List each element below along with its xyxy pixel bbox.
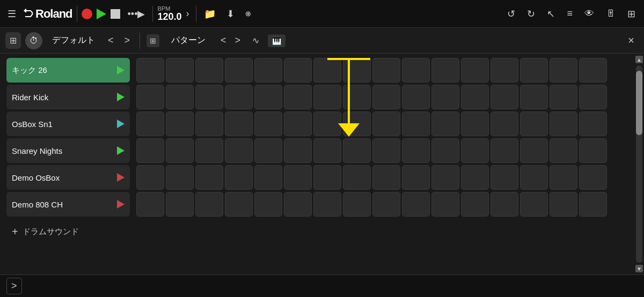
scroll-up-button[interactable]: ▲ [635,56,643,63]
grid-cell[interactable] [402,192,430,217]
grid-cell[interactable] [225,165,253,190]
grid-cell[interactable] [402,138,430,163]
grid-view-icon[interactable]: ⊞ [624,6,639,22]
grid-cell[interactable] [313,165,341,190]
grid-cell[interactable] [225,58,253,83]
grid-cell[interactable] [284,138,312,163]
mixer-icon[interactable]: 🎚 [603,6,619,21]
menu-icon[interactable]: ☰ [5,6,18,22]
play-triangle-icon[interactable] [117,93,125,101]
grid-cell[interactable] [461,138,489,163]
grid-cell[interactable] [372,138,400,163]
cursor-icon[interactable]: ↖ [544,6,558,22]
grid-view-button[interactable]: ⊞ [5,32,21,49]
grid-cell[interactable] [313,58,341,83]
expand-button[interactable]: > [6,278,22,294]
grid-cell[interactable] [431,58,459,83]
grid-cell[interactable] [254,112,282,136]
scroll-thumb[interactable] [636,71,642,135]
track-item[interactable]: Rider Kick [6,85,130,109]
grid-cell[interactable] [550,58,577,83]
grid-cell[interactable] [402,112,430,136]
grid-cell[interactable] [402,85,430,109]
grid-cell[interactable] [136,165,164,190]
grid-cell[interactable] [520,58,548,83]
play-triangle-icon[interactable] [117,66,125,75]
grid-cell[interactable] [372,192,400,217]
grid-cell[interactable] [254,138,282,163]
track-item[interactable]: キック 26 [6,58,130,83]
wave-button[interactable]: ∿ [248,33,264,48]
grid-cell[interactable] [195,192,223,217]
grid-cell[interactable] [313,85,341,109]
grid-cell[interactable] [431,165,459,190]
grid-cell[interactable] [343,85,371,109]
grid-cell[interactable] [579,165,607,190]
play-triangle-icon[interactable] [117,146,125,155]
grid-cell[interactable] [372,85,400,109]
grid-cell[interactable] [520,192,548,217]
grid-cell[interactable] [491,192,518,217]
clock-button[interactable]: ⏱ [25,32,42,49]
preset-prev-button[interactable]: < [105,33,117,48]
grid-cell[interactable] [520,165,548,190]
play-triangle-icon[interactable] [117,200,125,209]
grid-cell[interactable] [550,138,577,163]
grid-cell[interactable] [313,112,341,136]
grid-cell[interactable] [166,138,194,163]
grid-cell[interactable] [166,58,194,83]
grid-cell[interactable] [254,58,282,83]
grid-cell[interactable] [225,112,253,136]
grid-cell[interactable] [372,165,400,190]
grid-cell[interactable] [520,138,548,163]
download-icon[interactable]: ⬇ [223,6,238,22]
bpm-chevron-icon[interactable]: › [184,6,192,21]
grid-cell[interactable] [402,58,430,83]
preset-next-button[interactable]: > [121,33,134,48]
grid-cell[interactable] [284,112,312,136]
loop-button[interactable]: •••▶ [125,6,149,22]
grid-cell[interactable] [491,85,518,109]
grid-cell[interactable] [461,165,489,190]
eye-icon[interactable]: 👁 [581,6,597,21]
grid-cell[interactable] [254,192,282,217]
grid-cell[interactable] [491,138,518,163]
grid-cell[interactable] [284,165,312,190]
grid-cell[interactable] [225,192,253,217]
grid-cell[interactable] [195,112,223,136]
grid-cell[interactable] [136,58,164,83]
pattern-grid-icon[interactable]: ⊞ [147,34,159,47]
grid-cell[interactable] [166,192,194,217]
grid-cell[interactable] [461,58,489,83]
grid-cell[interactable] [343,58,371,83]
grid-cell[interactable] [313,138,341,163]
grid-cell[interactable] [431,192,459,217]
grid-cell[interactable] [461,85,489,109]
record-button[interactable] [82,9,92,19]
track-item[interactable]: Snarey Nights [6,138,130,163]
scroll-down-button[interactable]: ▼ [635,265,643,272]
redo-icon[interactable]: ↻ [524,6,538,22]
grid-cell[interactable] [491,58,518,83]
grid-cell[interactable] [313,192,341,217]
grid-cell[interactable] [431,138,459,163]
track-item[interactable]: Demo OsBox [6,165,130,190]
grid-cell[interactable] [372,112,400,136]
grid-cell[interactable] [550,192,577,217]
grid-cell[interactable] [284,58,312,83]
grid-cell[interactable] [254,165,282,190]
grid-cell[interactable] [579,112,607,136]
share-icon[interactable]: ⎈ [242,6,254,21]
grid-cell[interactable] [225,138,253,163]
list-icon[interactable]: ≡ [564,6,576,21]
track-item[interactable]: Demo 808 CH [6,192,130,217]
grid-cell[interactable] [550,165,577,190]
grid-cell[interactable] [431,112,459,136]
grid-cell[interactable] [431,85,459,109]
stop-button[interactable] [111,9,120,19]
play-triangle-icon[interactable] [117,120,125,128]
grid-cell[interactable] [491,165,518,190]
grid-cell[interactable] [520,85,548,109]
grid-cell[interactable] [195,138,223,163]
grid-cell[interactable] [343,112,371,136]
